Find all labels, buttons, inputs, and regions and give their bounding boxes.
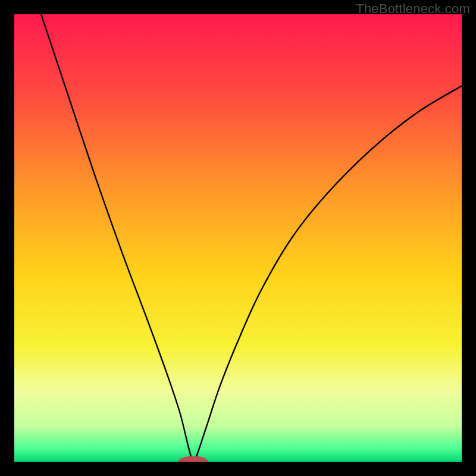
chart-svg xyxy=(14,14,462,462)
watermark-text: TheBottleneck.com xyxy=(356,1,470,17)
chart-frame: TheBottleneck.com xyxy=(0,0,476,476)
chart-plot-area xyxy=(14,14,462,462)
chart-background-gradient xyxy=(14,14,462,462)
